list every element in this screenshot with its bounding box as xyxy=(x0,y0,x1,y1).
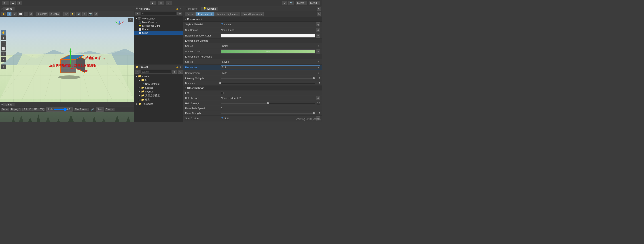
halo-strength-thumb[interactable] xyxy=(267,102,269,104)
resolution-dropdown[interactable]: 512 xyxy=(221,65,320,69)
scale-tool-icon[interactable]: ⬜ xyxy=(1,46,6,51)
undo-btn[interactable]: ↺ xyxy=(282,1,287,5)
ambient-color-swatch[interactable]: HDR xyxy=(221,50,315,54)
project-item-01[interactable]: ▶ 📁 01 xyxy=(134,78,183,82)
project-view-btn[interactable]: ⊞ xyxy=(172,70,177,74)
scene-options-btn[interactable]: ⋮ xyxy=(128,18,133,22)
hierarchy-item-plane[interactable]: ⬜ Plane xyxy=(134,28,183,31)
hierarchy-item-camera[interactable]: 📷 Main Camera xyxy=(134,20,183,24)
project-item-skybox-bg[interactable]: ▶ 📁 天空盒子背景 xyxy=(134,93,183,98)
shadow-color-eyedrop-btn[interactable]: ✎ xyxy=(316,34,320,38)
hierarchy-item-new-scene[interactable]: ▾ 🎬 New Scene* ⋮ xyxy=(134,17,183,20)
search-btn[interactable]: 🔍 xyxy=(288,1,294,5)
hand-tool-btn[interactable]: ✋ xyxy=(1,12,6,16)
project-item-packages[interactable]: ▶ 📁 Packages xyxy=(134,102,183,106)
move-tool-btn[interactable]: ✛ xyxy=(7,12,12,16)
game-label-dropdown[interactable]: Game xyxy=(1,108,9,111)
sun-source-target-btn[interactable]: ◎ xyxy=(316,28,320,32)
global-btn[interactable]: ⊙ Global xyxy=(49,12,60,16)
subtab-realtime-lightmaps[interactable]: Realtime Lightmaps xyxy=(214,12,240,16)
hierarchy-more-btn[interactable]: ⊞ xyxy=(177,12,182,16)
cloud-btn[interactable]: ☁ xyxy=(10,1,16,5)
hierarchy-item-light[interactable]: 💡 Directional Light xyxy=(134,24,183,28)
project-item-models[interactable]: ▶ 📁 模型 xyxy=(134,98,183,102)
user-menu-btn[interactable]: 伍 ▾ xyxy=(2,1,9,5)
rotate-tool-icon[interactable]: ↺ xyxy=(1,41,6,46)
effects-toggle-btn[interactable]: ✦ xyxy=(82,12,87,16)
project-item-assets[interactable]: ▾ 📁 Assets xyxy=(134,74,183,78)
play-focused-dropdown[interactable]: Play Focused xyxy=(74,108,90,111)
lights-toggle-btn[interactable]: 💡 xyxy=(70,12,75,16)
scene-item-menu[interactable]: ⋮ xyxy=(179,17,181,20)
compression-dropdown[interactable]: Auto xyxy=(221,71,320,75)
skybox-target-btn[interactable]: ◎ xyxy=(316,22,320,27)
subtab-scene[interactable]: Scene xyxy=(185,12,196,16)
plane-item-label: Plane xyxy=(142,28,148,31)
scale-tool-btn[interactable]: ⬜ xyxy=(18,12,23,16)
flare-strength-thumb[interactable] xyxy=(312,112,315,114)
step-button[interactable]: ⏭ xyxy=(166,1,172,5)
insp-gear-btn[interactable]: ⚙ xyxy=(317,7,321,11)
transform-tool-icon[interactable]: ⊕ xyxy=(1,57,6,62)
project-item-skybox[interactable]: ▶ 📁 SkyBox xyxy=(134,90,183,93)
rotate-tool-btn[interactable]: ↺ xyxy=(12,12,17,16)
custom-tool-icon[interactable]: ⊛ xyxy=(1,65,6,69)
project-add-btn[interactable]: + xyxy=(135,70,140,74)
hierarchy-item-cube[interactable]: ⬜ Cube xyxy=(134,31,183,35)
bounces-slider-thumb[interactable] xyxy=(219,82,222,84)
rect-tool-icon[interactable]: ↕ xyxy=(1,52,6,56)
fog-checkbox[interactable] xyxy=(221,92,224,94)
rect-tool-btn[interactable]: ↕ xyxy=(24,12,28,16)
gizmos-toggle-btn[interactable]: ⊛ xyxy=(94,12,98,16)
project-item-scenes[interactable]: ▶ 📁 Scenes xyxy=(134,86,183,90)
inspector-tab[interactable]: ℹ Inspector xyxy=(184,7,200,11)
hierarchy-search[interactable] xyxy=(140,12,176,16)
bounces-label: Bounces xyxy=(185,82,221,85)
subtab-baked-lightmaps[interactable]: Baked Lightmaps xyxy=(240,12,264,16)
environment-label: Environment xyxy=(187,18,202,21)
light-item-label: Directional Light xyxy=(142,25,160,27)
project-menu-btn[interactable]: ⋮ xyxy=(179,65,182,68)
lighting-gear-btn[interactable]: ⚙ xyxy=(317,12,321,16)
hierarchy-menu-btn[interactable]: ⋮ xyxy=(179,7,182,10)
skybox-label: SkyBox xyxy=(145,90,154,93)
hierarchy-content: ▾ 🎬 New Scene* ⋮ 📷 Main Camera 💡 Directi… xyxy=(134,16,183,64)
refl-source-dropdown[interactable]: Skybox xyxy=(221,60,320,64)
pivot-btn[interactable]: ⊕ Center xyxy=(36,12,48,16)
toggle-2d-btn[interactable]: 2D xyxy=(63,12,69,16)
transform-tool-btn[interactable]: ⊕ xyxy=(29,12,33,16)
intensity-slider-thumb[interactable] xyxy=(312,77,315,79)
scene-tab[interactable]: Scene xyxy=(3,7,14,11)
ambient-eyedrop-btn[interactable]: ✎ xyxy=(316,50,320,54)
source-dropdown[interactable]: Color xyxy=(221,44,320,48)
project-item-new-material[interactable]: ⚬ New Material xyxy=(134,82,183,86)
gizmos-dropdown[interactable]: Gizmos xyxy=(105,108,114,111)
display-dropdown[interactable]: Display 1 xyxy=(10,108,22,111)
hand-tool-icon[interactable]: ✋ xyxy=(1,30,6,35)
shadow-color-swatch[interactable] xyxy=(221,34,315,38)
play-button[interactable]: ▶ xyxy=(150,1,156,5)
hierarchy-add-btn[interactable]: + xyxy=(135,12,140,16)
scene-menu-btn[interactable]: ⋮ xyxy=(130,7,133,10)
settings-btn[interactable]: ⚙ xyxy=(17,1,22,5)
layers-btn[interactable]: Layers ▾ xyxy=(296,1,307,5)
game-view: 🎮 Game ⋮ Game Display 1 Full HD (1920x10… xyxy=(0,102,134,122)
stats-btn[interactable]: Stats xyxy=(96,107,104,112)
scale-slider[interactable] xyxy=(54,108,67,111)
halo-texture-target-btn[interactable]: ◎ xyxy=(316,96,320,100)
inspector-icon: ℹ xyxy=(186,7,188,10)
audio-toggle-btn[interactable]: 🔊 xyxy=(76,12,82,16)
layout-btn[interactable]: Layout ▾ xyxy=(308,1,320,5)
lighting-tab[interactable]: 💡 Lighting xyxy=(201,7,218,11)
skybox-material-label: Skybox Material xyxy=(185,23,221,26)
scale-dropdown[interactable]: Scale 0.7x xyxy=(46,107,73,112)
project-search[interactable] xyxy=(140,70,171,74)
resolution-dropdown[interactable]: Full HD (1920x1080) xyxy=(22,108,45,111)
camera-toggle-btn[interactable]: 📷 xyxy=(88,12,93,16)
project-filter-btn[interactable]: ⚙ xyxy=(178,70,183,74)
game-menu-btn[interactable]: ⋮ xyxy=(130,103,133,106)
move-tool-icon[interactable]: ✛ xyxy=(1,35,6,40)
subtab-environment[interactable]: Environment xyxy=(196,12,214,16)
game-tab[interactable]: Game xyxy=(3,103,14,106)
pause-button[interactable]: ⏸ xyxy=(158,1,164,5)
